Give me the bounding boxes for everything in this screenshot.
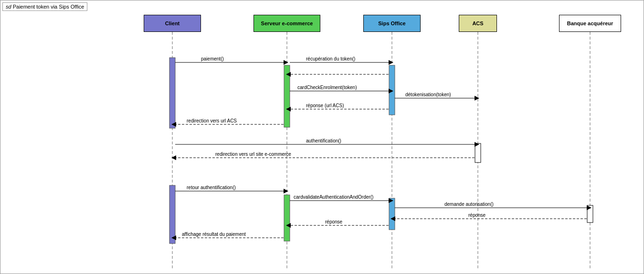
diagram-title: Paiement token via Sips Office — [13, 4, 84, 10]
svg-text:détokenisation(token): détokenisation(token) — [405, 92, 451, 97]
svg-text:redirection vers url ACS: redirection vers url ACS — [187, 118, 237, 123]
svg-marker-37 — [171, 155, 176, 160]
svg-marker-28 — [286, 107, 291, 112]
svg-rect-6 — [169, 185, 175, 244]
svg-rect-12 — [587, 205, 593, 223]
svg-rect-5 — [169, 58, 175, 128]
lifeline-client: Client — [144, 15, 201, 32]
sd-label: sd Paiement token via Sips Office — [2, 2, 87, 11]
svg-rect-11 — [475, 143, 481, 162]
sequence-diagram-svg: paiement() récupération du token() cardC… — [0, 0, 644, 274]
lifeline-banque: Banque acquéreur — [559, 15, 621, 32]
svg-rect-7 — [284, 65, 290, 127]
svg-text:retour authentification(): retour authentification() — [187, 185, 236, 190]
svg-marker-46 — [587, 205, 591, 210]
svg-text:authentification(): authentification() — [306, 138, 341, 143]
lifeline-sips: Sips Office — [363, 15, 421, 32]
svg-marker-20 — [286, 72, 291, 77]
svg-marker-14 — [284, 60, 288, 65]
svg-marker-49 — [391, 216, 395, 221]
svg-text:réponse: réponse — [468, 213, 486, 218]
svg-marker-40 — [284, 189, 288, 193]
svg-rect-10 — [389, 198, 395, 230]
diagram-container: sd Paiement token via Sips Office Client… — [0, 0, 644, 274]
sd-keyword: sd — [6, 4, 11, 10]
svg-marker-31 — [171, 122, 176, 127]
svg-marker-34 — [475, 142, 479, 147]
svg-rect-8 — [284, 195, 290, 241]
svg-text:réponse (url ACS): réponse (url ACS) — [306, 103, 344, 108]
svg-marker-55 — [171, 235, 176, 240]
svg-text:cardCheckEnrolment(token): cardCheckEnrolment(token) — [297, 85, 357, 90]
svg-text:demande autorisation(): demande autorisation() — [444, 202, 494, 207]
lifeline-serveur: Serveur e-commerce — [253, 15, 320, 32]
lifeline-acs: ACS — [459, 15, 497, 32]
svg-text:récupération du token(): récupération du token() — [306, 56, 355, 61]
svg-marker-22 — [389, 89, 393, 93]
svg-marker-52 — [286, 223, 291, 228]
svg-rect-9 — [389, 65, 395, 115]
svg-marker-25 — [475, 96, 479, 101]
svg-text:réponse: réponse — [325, 219, 343, 224]
svg-text:cardvalidateAuthenticationAndO: cardvalidateAuthenticationAndOrder() — [294, 194, 373, 200]
svg-marker-43 — [389, 198, 393, 203]
svg-text:redirection vers url site e-co: redirection vers url site e-commerce — [215, 152, 291, 157]
svg-text:affichage résultat du paiement: affichage résultat du paiement — [182, 232, 246, 237]
svg-marker-17 — [389, 60, 393, 65]
svg-text:paiement(): paiement() — [201, 56, 224, 61]
